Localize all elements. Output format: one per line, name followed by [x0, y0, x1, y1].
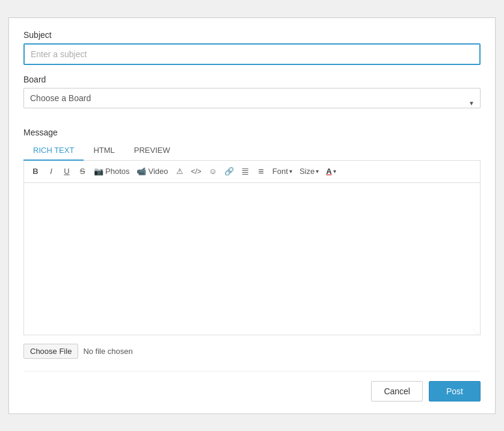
unordered-list-icon: ≡: [258, 166, 263, 177]
warning-button[interactable]: ⚠: [173, 164, 186, 179]
tab-preview[interactable]: PREVIEW: [124, 141, 180, 161]
file-row: Choose File No file chosen: [23, 344, 481, 359]
ordered-list-icon: ≣: [241, 166, 249, 177]
unordered-list-button[interactable]: ≡: [254, 164, 268, 179]
choose-file-button[interactable]: Choose File: [23, 344, 78, 359]
camera-icon: 📷: [94, 167, 103, 176]
message-tabs: RICH TEXT HTML PREVIEW: [23, 141, 481, 161]
strikethrough-button[interactable]: S: [76, 164, 89, 179]
post-button[interactable]: Post: [429, 381, 481, 402]
subject-input[interactable]: [23, 43, 481, 65]
cancel-button[interactable]: Cancel: [371, 381, 423, 402]
link-button[interactable]: 🔗: [222, 164, 236, 179]
underline-button[interactable]: U: [60, 164, 73, 179]
color-dropdown[interactable]: A: [324, 166, 338, 177]
italic-button[interactable]: I: [45, 164, 58, 179]
color-icon: A: [326, 167, 331, 176]
subject-label: Subject: [23, 30, 481, 40]
action-row: Cancel Post: [23, 371, 481, 402]
compose-dialog: Subject Board Choose a Board Message RIC…: [8, 17, 496, 414]
size-dropdown[interactable]: Size: [297, 166, 321, 177]
code-icon: </>: [191, 167, 201, 176]
board-wrapper: Choose a Board: [23, 88, 481, 118]
ordered-list-button[interactable]: ≣: [239, 164, 252, 179]
editor-toolbar: B I U S 📷 Photos 📹 Video ⚠ </> ☺ 🔗 ≣ ≡ F…: [23, 161, 481, 183]
code-button[interactable]: </>: [189, 164, 204, 179]
link-icon: 🔗: [224, 167, 234, 176]
emoji-icon: ☺: [209, 167, 217, 176]
resize-handle: ⋱: [24, 327, 480, 335]
photos-label: Photos: [105, 167, 129, 176]
board-select[interactable]: Choose a Board: [23, 88, 481, 108]
photos-button[interactable]: 📷 Photos: [91, 166, 132, 177]
editor-body[interactable]: [24, 183, 480, 327]
video-icon: 📹: [137, 167, 146, 176]
video-button[interactable]: 📹 Video: [134, 166, 170, 177]
editor-wrapper: ⋱: [23, 183, 481, 335]
video-label: Video: [148, 167, 168, 176]
font-label: Font: [272, 167, 288, 176]
file-chosen-text: No file chosen: [83, 347, 132, 356]
board-label: Board: [23, 75, 481, 84]
bold-button[interactable]: B: [29, 164, 42, 179]
size-label: Size: [300, 167, 315, 176]
emoji-button[interactable]: ☺: [206, 164, 220, 179]
tab-rich-text[interactable]: RICH TEXT: [23, 141, 84, 161]
message-label: Message: [23, 128, 481, 137]
font-dropdown[interactable]: Font: [270, 166, 295, 177]
tab-html[interactable]: HTML: [84, 141, 124, 161]
